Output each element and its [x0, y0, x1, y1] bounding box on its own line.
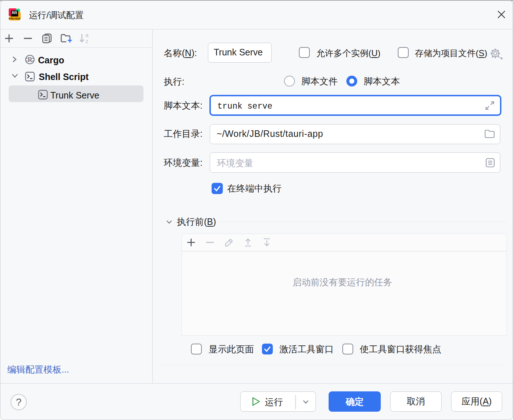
svg-text:a: a	[86, 33, 89, 38]
svg-text:PREVIEW: PREVIEW	[9, 17, 20, 20]
svg-text:R: R	[28, 56, 33, 63]
svg-text:z: z	[86, 38, 88, 44]
svg-text:RR: RR	[12, 10, 17, 15]
